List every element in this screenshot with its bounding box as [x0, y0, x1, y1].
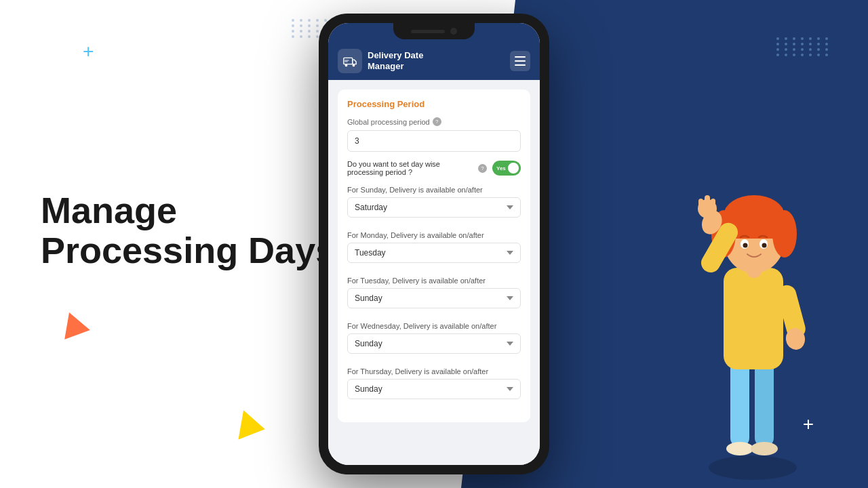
toggle-yes-label: Yes	[496, 165, 506, 171]
svg-point-3	[709, 455, 797, 480]
svg-rect-24	[705, 195, 710, 210]
day-wise-toggle[interactable]: Yes	[492, 161, 521, 176]
sunday-section: For Sunday, Delivery is available on/aft…	[347, 186, 521, 224]
monday-select[interactable]: Sunday Monday Tuesday Wednesday Thursday…	[347, 243, 521, 263]
character-svg	[675, 136, 831, 488]
phone-screen: Delivery Date Manager Processing Period …	[328, 23, 540, 465]
tuesday-section: For Tuesday, Delivery is available on/af…	[347, 277, 521, 315]
notch-camera	[450, 28, 457, 35]
phone-wrapper: Delivery Date Manager Processing Period …	[319, 14, 549, 474]
global-period-label-row: Global processing period ?	[347, 117, 521, 126]
main-card: Processing Period Global processing peri…	[338, 89, 530, 422]
sunday-label: For Sunday, Delivery is available on/aft…	[347, 186, 521, 194]
svg-point-18	[762, 243, 767, 248]
global-period-input[interactable]	[347, 130, 521, 152]
phone-notch	[393, 23, 475, 39]
sunday-select[interactable]: Saturday Sunday Monday Tuesday Wednesday…	[347, 197, 521, 218]
dots-top-right	[776, 37, 831, 56]
thursday-section: For Thursday, Delivery is available on/a…	[347, 367, 521, 406]
tuesday-label: For Tuesday, Delivery is available on/af…	[347, 277, 521, 285]
toggle-knob	[508, 163, 519, 174]
help-icon-global[interactable]: ?	[433, 117, 441, 126]
svg-point-7	[751, 442, 778, 455]
plus-blue-icon: +	[83, 42, 94, 61]
svg-rect-25	[698, 199, 703, 211]
phone-content[interactable]: Processing Period Global processing peri…	[328, 80, 540, 465]
toggle-slider: Yes	[492, 161, 521, 176]
svg-rect-26	[711, 199, 715, 211]
hamburger-line-3	[515, 64, 526, 66]
svg-point-6	[726, 442, 753, 455]
wednesday-select[interactable]: Sunday Monday Tuesday Wednesday Thursday…	[347, 333, 521, 354]
svg-point-1	[345, 64, 348, 67]
help-icon-toggle[interactable]: ?	[478, 164, 487, 173]
section-title: Processing Period	[347, 99, 521, 109]
svg-rect-5	[755, 359, 774, 447]
hero-line1: Manage	[41, 190, 177, 230]
monday-section: For Monday, Delivery is available on/aft…	[347, 231, 521, 270]
triangle-yellow-decoration	[238, 410, 267, 444]
monday-label: For Monday, Delivery is available on/aft…	[347, 231, 521, 239]
app-icon-box	[338, 49, 362, 73]
delivery-icon	[342, 54, 357, 68]
svg-rect-4	[730, 359, 749, 447]
hamburger-button[interactable]	[510, 51, 530, 71]
wednesday-section: For Wednesday, Delivery is available on/…	[347, 322, 521, 361]
hamburger-line-1	[515, 56, 526, 58]
character-illustration	[675, 136, 831, 488]
thursday-select[interactable]: Sunday Monday Tuesday Wednesday Thursday…	[347, 379, 521, 399]
left-hero-text: Manage Processing Days	[41, 190, 336, 271]
hamburger-line-2	[515, 60, 526, 62]
tuesday-select[interactable]: Sunday Monday Tuesday Wednesday Thursday…	[347, 288, 521, 308]
header-left: Delivery Date Manager	[338, 49, 423, 73]
phone-device: Delivery Date Manager Processing Period …	[319, 14, 549, 474]
notch-speaker	[411, 30, 445, 33]
toggle-label-row: Do you want to set day wise processing p…	[347, 160, 487, 176]
app-title: Delivery Date Manager	[368, 50, 423, 71]
svg-point-17	[743, 243, 748, 248]
hero-line2: Processing Days	[41, 230, 336, 270]
svg-rect-0	[344, 58, 353, 64]
thursday-label: For Thursday, Delivery is available on/a…	[347, 367, 521, 375]
toggle-row: Do you want to set day wise processing p…	[347, 160, 521, 176]
wednesday-label: For Wednesday, Delivery is available on/…	[347, 322, 521, 330]
svg-point-2	[353, 64, 355, 67]
svg-rect-8	[724, 268, 783, 369]
global-period-label: Global processing period	[347, 118, 430, 126]
toggle-label-text: Do you want to set day wise processing p…	[347, 160, 474, 176]
